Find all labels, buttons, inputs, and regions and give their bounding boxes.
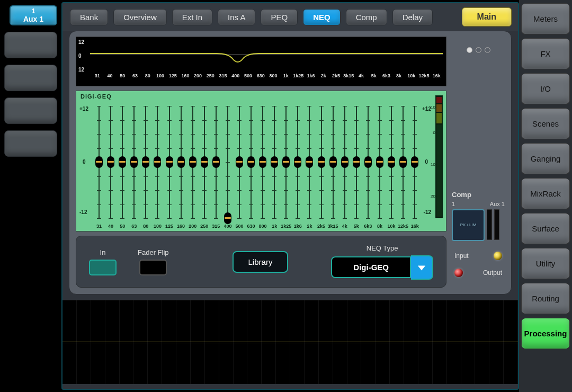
nav-surface[interactable]: Surface (521, 213, 570, 244)
freq-label: 1k (280, 73, 292, 78)
freq-label: 12k5 (418, 73, 431, 78)
geq-fader[interactable] (374, 106, 386, 218)
geq-fader[interactable] (257, 106, 269, 218)
curve-freq-labels: 3140506380100125160200250315400500630800… (90, 72, 443, 79)
tab-extin[interactable]: Ext In (172, 9, 212, 25)
tab-neq[interactable]: NEQ (303, 9, 341, 25)
geq-fader[interactable] (397, 106, 409, 218)
freq-label: 500 (242, 73, 255, 78)
fader-knob-icon (212, 156, 220, 168)
freq-label: 40 (104, 73, 117, 78)
library-button[interactable]: Library (233, 251, 289, 273)
neq-type-dropdown[interactable] (411, 255, 433, 280)
freq-label: 80 (141, 73, 154, 78)
geq-fader[interactable] (234, 106, 245, 218)
channel-slot[interactable] (4, 32, 57, 58)
comp-index: 1 (452, 201, 455, 207)
nav-processing[interactable]: Processing (521, 318, 570, 349)
fader-knob-icon (329, 156, 337, 168)
freq-label: 315 (217, 73, 229, 78)
tab-delay[interactable]: Delay (392, 9, 433, 25)
nav-ganging[interactable]: Ganging (521, 143, 570, 174)
in-toggle[interactable] (89, 260, 117, 275)
freq-label: 50 (117, 224, 128, 229)
geq-fader[interactable] (163, 106, 175, 218)
timeline-strip[interactable] (62, 300, 518, 384)
tab-comp[interactable]: Comp (346, 9, 387, 25)
curve-scale-mid: 0 (78, 53, 82, 59)
comp-thumbnail[interactable]: PK / LIM (452, 209, 485, 241)
output-led-icon (454, 269, 463, 277)
geq-fader[interactable] (409, 106, 421, 218)
freq-label: 800 (267, 73, 280, 78)
freq-label: 315 (210, 224, 222, 229)
freq-label: 160 (179, 73, 192, 78)
curve-scale-top: 12 (78, 39, 84, 45)
freq-label: 250 (204, 73, 217, 78)
freq-label: 31 (93, 224, 105, 229)
tab-bank[interactable]: Bank (70, 9, 108, 25)
freq-label: 1k25 (292, 73, 305, 78)
freq-label: 1k6 (305, 73, 317, 78)
geq-fader[interactable] (315, 106, 327, 218)
comp-title: Comp (452, 191, 505, 199)
geq-title: DiGi-GEQ (81, 93, 112, 100)
freq-label: 4k (339, 224, 351, 229)
tab-peq[interactable]: PEQ (261, 9, 298, 25)
fader-knob-icon (154, 156, 161, 168)
geq-fader[interactable] (199, 106, 210, 218)
freq-label: 50 (116, 73, 129, 78)
page-dots[interactable] (467, 47, 490, 53)
fader-knob-icon (130, 156, 138, 168)
nav-utility[interactable]: Utility (521, 248, 570, 279)
geq-fader[interactable] (117, 106, 128, 218)
geq-fader[interactable] (151, 106, 163, 218)
channel-strip-column: 1 Aux 1 (0, 0, 61, 392)
freq-label: 6k3 (380, 73, 393, 78)
dot-icon (485, 47, 490, 53)
geq-fader[interactable] (187, 106, 199, 218)
nav-mixrack[interactable]: MixRack (521, 178, 570, 209)
fader-knob-icon (189, 156, 196, 168)
geq-fader[interactable] (339, 106, 351, 218)
tab-overview[interactable]: Overview (113, 9, 167, 25)
geq-fader[interactable] (280, 106, 292, 218)
geq-fader[interactable] (222, 106, 234, 218)
main-button[interactable]: Main (462, 7, 512, 26)
tab-insa[interactable]: Ins A (218, 9, 255, 25)
freq-label: 200 (187, 224, 199, 229)
geq-fader[interactable] (269, 106, 280, 218)
nav-meters[interactable]: Meters (521, 3, 570, 34)
geq-fader[interactable] (245, 106, 257, 218)
geq-fader[interactable] (175, 106, 187, 218)
selected-channel[interactable]: 1 Aux 1 (10, 5, 57, 25)
eq-response-curve[interactable]: 12 0 12 31405063801001251602002503154005… (76, 37, 446, 86)
geq-fader[interactable] (327, 106, 339, 218)
freq-label: 1k (269, 224, 280, 229)
nav-scenes[interactable]: Scenes (521, 108, 570, 139)
geq-fader[interactable] (93, 106, 105, 218)
geq-fader[interactable] (386, 106, 397, 218)
channel-slot[interactable] (4, 130, 57, 157)
geq-fader[interactable] (292, 106, 303, 218)
geq-fader[interactable] (351, 106, 362, 218)
geq-fader[interactable] (210, 106, 222, 218)
channel-slot[interactable] (4, 97, 57, 124)
fader-flip-toggle[interactable] (139, 260, 167, 275)
geq-fader[interactable] (303, 106, 315, 218)
freq-label: 1k6 (292, 224, 303, 229)
geq-fader[interactable] (362, 106, 374, 218)
freq-label: 100 (154, 73, 167, 78)
geq-fader[interactable] (105, 106, 117, 218)
freq-label: 2k5 (315, 224, 327, 229)
nav-routing[interactable]: Routing (521, 283, 570, 314)
geq-fader[interactable] (140, 106, 151, 218)
nav-fx[interactable]: FX (521, 38, 570, 69)
freq-label: 250 (199, 224, 210, 229)
geq-scale: -12 (79, 209, 87, 215)
freq-label: 8k (392, 73, 405, 78)
channel-slot[interactable] (4, 65, 57, 91)
nav-io[interactable]: I/O (521, 73, 570, 104)
geq-fader[interactable] (128, 106, 140, 218)
curve-scale-bot: 12 (78, 67, 84, 73)
